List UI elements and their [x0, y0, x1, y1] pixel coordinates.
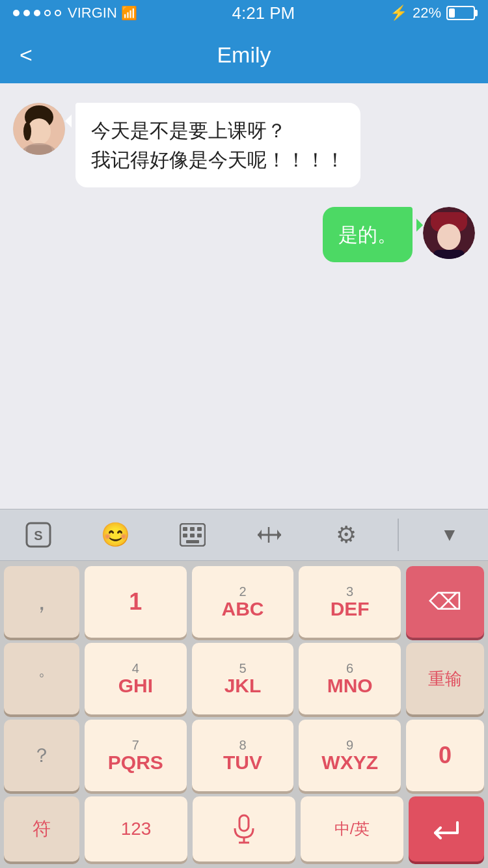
settings-button[interactable]: ⚙	[320, 515, 372, 554]
nav-bar: < Emily	[0, 26, 488, 83]
key-rechong[interactable]: 重输	[406, 643, 484, 714]
svg-rect-9	[431, 212, 467, 221]
key-enter[interactable]	[409, 796, 484, 861]
key-4-letter: GHI	[118, 676, 153, 696]
key-4-number: 4	[132, 662, 139, 675]
message-row-received: 今天是不是要上课呀？ 我记得好像是今天呢！！！！	[13, 103, 475, 187]
key-zh-en[interactable]: 中/英	[301, 796, 403, 861]
enter-icon	[431, 817, 461, 841]
settings-icon: ⚙	[336, 521, 357, 549]
battery-fill	[449, 8, 455, 18]
status-time: 4:21 PM	[232, 3, 295, 23]
bubble-received: 今天是不是要上课呀？ 我记得好像是今天呢！！！！	[75, 103, 360, 187]
status-bar: VIRGIN 📶 4:21 PM ⚡ 22%	[0, 0, 488, 26]
carrier-label: VIRGIN	[68, 5, 117, 21]
123-label: 123	[121, 819, 152, 839]
avatar-received	[13, 103, 65, 155]
key-8-letter: TUV	[223, 753, 262, 772]
key-mic[interactable]	[193, 796, 295, 861]
battery-percent: 22%	[413, 5, 441, 21]
keyboard-bottom-row: 符 123 中/英	[0, 796, 488, 868]
svg-rect-15	[183, 527, 187, 531]
key-2-abc[interactable]: 2 ABC	[192, 566, 294, 638]
swype-icon: S	[25, 522, 51, 548]
key-1[interactable]: 1	[85, 566, 187, 638]
svg-text:S: S	[34, 528, 42, 543]
key-7-pqrs[interactable]: 7 PQRS	[85, 720, 187, 791]
key-123[interactable]: 123	[85, 796, 187, 861]
question-symbol: ？	[32, 742, 51, 769]
key-3-def[interactable]: 3 DEF	[299, 566, 401, 638]
wifi-icon: 📶	[121, 5, 137, 21]
svg-marker-24	[277, 530, 281, 540]
hide-keyboard-button[interactable]: ▼	[424, 515, 476, 554]
keyboard: ， 1 2 ABC 3 DEF ⌫ ° 4 GHI	[0, 561, 488, 868]
avatar-sent	[423, 207, 475, 259]
svg-rect-19	[190, 534, 195, 537]
svg-rect-16	[190, 527, 195, 531]
comma-symbol: ，	[30, 586, 53, 618]
battery-indicator	[446, 6, 475, 20]
swype-button[interactable]: S	[12, 515, 64, 554]
key-0[interactable]: 0	[406, 720, 484, 791]
signal-dot-5	[55, 10, 61, 16]
hide-keyboard-icon: ▼	[441, 524, 459, 545]
key-2-letter: ABC	[222, 599, 264, 619]
svg-rect-18	[183, 534, 187, 537]
fu-label: 符	[33, 817, 51, 841]
message-text-received: 今天是不是要上课呀？ 我记得好像是今天呢！！！！	[91, 120, 345, 170]
signal-dot-3	[34, 10, 40, 16]
keyboard-layout-button[interactable]	[167, 515, 219, 554]
signal-dot-1	[13, 10, 20, 16]
period-symbol: °	[39, 671, 44, 686]
key-7-number: 7	[132, 739, 139, 752]
key-5-number: 5	[239, 662, 246, 675]
key-3-number: 3	[346, 585, 353, 598]
svg-rect-26	[239, 815, 249, 831]
key-9-letter: WXYZ	[321, 753, 378, 772]
key-5-letter: JKL	[224, 676, 262, 696]
status-left: VIRGIN 📶	[13, 5, 137, 21]
svg-rect-5	[26, 145, 52, 155]
key-fu[interactable]: 符	[4, 796, 79, 861]
rechong-label: 重输	[428, 668, 462, 690]
message-row-sent: 是的。	[13, 207, 475, 262]
cursor-icon	[256, 523, 282, 547]
zh-en-label: 中/英	[334, 819, 370, 839]
battery-box	[446, 6, 475, 20]
svg-point-8	[437, 224, 461, 250]
key-1-letter: 1	[129, 590, 142, 614]
keyboard-row-1: ， 1 2 ABC 3 DEF ⌫	[0, 566, 488, 638]
signal-dot-4	[44, 10, 51, 16]
key-9-wxyz[interactable]: 9 WXYZ	[299, 720, 401, 791]
key-period[interactable]: °	[4, 643, 79, 714]
keyboard-row-2: ° 4 GHI 5 JKL 6 MNO 重输	[0, 643, 488, 714]
svg-marker-23	[258, 530, 262, 540]
key-4-ghi[interactable]: 4 GHI	[85, 643, 187, 714]
key-comma[interactable]: ，	[4, 566, 79, 638]
key-9-number: 9	[346, 739, 353, 752]
key-3-letter: DEF	[331, 599, 370, 619]
svg-point-4	[23, 122, 31, 141]
toolbar-divider	[398, 519, 399, 551]
key-6-number: 6	[346, 662, 353, 675]
emoji-button[interactable]: 😊	[89, 515, 141, 554]
bubble-sent: 是的。	[323, 207, 413, 262]
emoji-icon: 😊	[101, 521, 130, 549]
keyboard-row-3: ？ 7 PQRS 8 TUV 9 WXYZ 0	[0, 720, 488, 791]
key-5-jkl[interactable]: 5 JKL	[192, 643, 294, 714]
bluetooth-icon: ⚡	[390, 5, 407, 21]
key-6-letter: MNO	[327, 676, 373, 696]
mic-icon	[232, 814, 256, 844]
delete-icon: ⌫	[429, 588, 462, 616]
key-6-mno[interactable]: 6 MNO	[299, 643, 401, 714]
cursor-button[interactable]	[243, 515, 295, 554]
svg-rect-20	[197, 534, 202, 537]
back-button[interactable]: <	[13, 36, 39, 74]
svg-rect-17	[197, 527, 202, 531]
svg-rect-11	[433, 250, 465, 259]
key-delete[interactable]: ⌫	[406, 566, 484, 638]
key-question[interactable]: ？	[4, 720, 79, 791]
status-right: ⚡ 22%	[390, 5, 475, 21]
key-8-tuv[interactable]: 8 TUV	[192, 720, 294, 791]
